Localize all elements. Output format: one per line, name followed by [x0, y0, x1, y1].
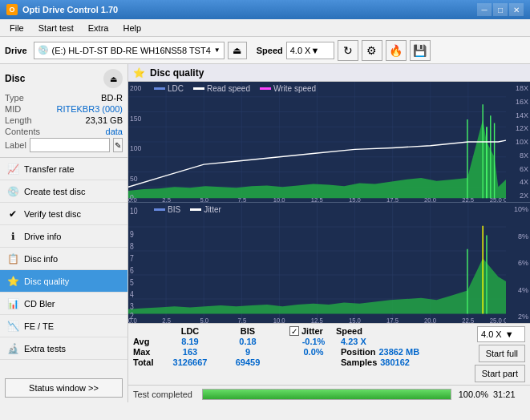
sidebar-item-disc-info[interactable]: 📋 Disc info	[0, 248, 127, 270]
legend-read-speed-label: Read speed	[207, 84, 250, 93]
svg-text:2.5: 2.5	[162, 316, 171, 323]
menu-extra[interactable]: Extra	[82, 20, 115, 36]
ldc-y-8x: 8X	[508, 151, 528, 160]
drive-icon: 💿	[38, 45, 49, 55]
ldc-y-12x: 12X	[508, 124, 528, 132]
titlebar-controls: ─ □ ✕	[477, 3, 524, 16]
settings-button[interactable]: ⚙	[362, 40, 382, 61]
disc-info-icon: 📋	[6, 252, 19, 265]
svg-text:7.5: 7.5	[237, 196, 246, 202]
toolbar: Drive 💿 (E:) HL-DT-ST BD-RE WH16NS58 TST…	[0, 37, 530, 64]
sidebar-item-extra-tests-label: Extra tests	[24, 344, 66, 353]
sidebar-item-drive-info[interactable]: ℹ Drive info	[0, 225, 127, 248]
speed-combo-arrow: ▼	[505, 329, 514, 339]
ldc-y-6x: 6X	[508, 165, 528, 173]
disc-contents-field: Contents data	[5, 127, 123, 136]
sidebar-item-disc-quality[interactable]: ⭐ Disc quality	[0, 270, 127, 293]
svg-text:10.0: 10.0	[273, 316, 285, 323]
progress-bar	[202, 389, 451, 400]
legend-jitter-color	[190, 208, 201, 211]
legend-ldc: LDC	[154, 84, 184, 93]
bis-y-10: 10%	[508, 205, 528, 213]
disc-quality-header: ⭐ Disc quality	[128, 64, 530, 82]
ldc-y-16x: 16X	[508, 98, 528, 106]
disc-quality-header-icon: ⭐	[133, 67, 145, 79]
sidebar-item-create-test-disc-label: Create test disc	[24, 187, 85, 196]
sidebar-item-verify-test-disc-label: Verify test disc	[24, 209, 81, 219]
progress-bar-area: Test completed 100.0% 31:21	[128, 385, 530, 402]
disc-contents-value: data	[106, 127, 123, 136]
speed-selector[interactable]: 4.0 X ▼	[286, 42, 334, 59]
disc-label-edit-btn[interactable]: ✎	[113, 138, 123, 152]
sidebar-item-fe-te[interactable]: 📉 FE / TE	[0, 315, 127, 337]
sidebar-item-extra-tests[interactable]: 🔬 Extra tests	[0, 337, 127, 360]
eject-button[interactable]: ⏏	[228, 42, 247, 59]
sidebar-item-verify-test-disc[interactable]: ✔ Verify test disc	[0, 203, 127, 225]
stats-max-bis: 9	[219, 347, 277, 357]
disc-label-input[interactable]	[30, 138, 110, 152]
svg-text:22.5: 22.5	[462, 316, 474, 323]
svg-text:4: 4	[130, 289, 134, 299]
maximize-button[interactable]: □	[493, 3, 508, 16]
svg-text:200: 200	[130, 84, 142, 92]
legend-write-speed-label: Write speed	[273, 84, 316, 93]
stats-avg-ldc: 8.19	[161, 337, 219, 346]
action-area: 4.0 X ▼ Start full Start part	[475, 326, 525, 382]
jitter-check-area: ✓ Jitter	[289, 326, 323, 336]
legend-read-speed-color	[193, 87, 204, 90]
stats-header-ldc: LDC	[161, 326, 219, 336]
stats-samples-value: 380162	[380, 357, 410, 367]
status-window-button[interactable]: Status window >>	[5, 378, 123, 398]
main-area: Disc ⏏ Type BD-R MID RITEKBR3 (000) Leng…	[0, 64, 530, 402]
speed-combo-value: 4.0 X	[481, 329, 502, 339]
disc-mid-value: RITEKBR3 (000)	[56, 104, 123, 114]
drive-selector[interactable]: 💿 (E:) HL-DT-ST BD-RE WH16NS58 TST4 ▼	[34, 42, 225, 59]
disc-length-label: Length	[5, 115, 32, 125]
svg-text:150: 150	[130, 115, 142, 123]
sidebar-item-create-test-disc[interactable]: 💿 Create test disc	[0, 180, 127, 203]
legend-write-speed-color	[260, 87, 271, 90]
progress-bar-fill	[203, 390, 451, 399]
speed-combo-2[interactable]: 4.0 X ▼	[477, 326, 525, 342]
burn-button[interactable]: 🔥	[386, 40, 407, 61]
stats-header-speed: Speed	[336, 326, 362, 336]
disc-type-field: Type BD-R	[5, 93, 123, 103]
disc-eject-icon[interactable]: ⏏	[103, 69, 123, 88]
minimize-button[interactable]: ─	[477, 3, 492, 16]
refresh-button[interactable]: ↻	[338, 40, 358, 61]
sidebar-item-disc-quality-label: Disc quality	[24, 277, 69, 286]
drive-info-icon: ℹ	[6, 230, 19, 243]
menu-help[interactable]: Help	[116, 20, 148, 36]
svg-text:12.5: 12.5	[311, 316, 323, 323]
stats-avg-jitter: -0.1%	[289, 337, 338, 346]
stats-avg-bis: 0.18	[219, 337, 277, 346]
sidebar-item-transfer-rate[interactable]: 📈 Transfer rate	[0, 158, 127, 180]
ldc-y-14x: 14X	[508, 111, 528, 119]
close-button[interactable]: ✕	[509, 3, 524, 16]
save-button[interactable]: 💾	[410, 40, 431, 61]
start-part-button[interactable]: Start part	[475, 365, 525, 382]
bis-y-6: 6%	[508, 259, 528, 267]
stats-total-ldc: 3126667	[161, 357, 219, 367]
status-text: Test completed	[133, 390, 197, 399]
fe-te-icon: 📉	[6, 320, 19, 333]
svg-text:0.0: 0.0	[128, 196, 137, 202]
ldc-y-4x: 4X	[508, 178, 528, 186]
cd-bler-icon: 📊	[6, 297, 19, 310]
bis-y-8: 8%	[508, 232, 528, 240]
disc-contents-label: Contents	[5, 127, 40, 136]
menu-starttest[interactable]: Start test	[32, 20, 80, 36]
svg-text:3: 3	[130, 301, 134, 311]
svg-text:10: 10	[130, 206, 138, 216]
svg-text:25.0 GB: 25.0 GB	[490, 196, 506, 202]
disc-mid-label: MID	[5, 104, 21, 114]
jitter-checkbox[interactable]: ✓	[289, 326, 299, 336]
disc-info-section: Disc ⏏ Type BD-R MID RITEKBR3 (000) Leng…	[0, 64, 127, 158]
sidebar-item-cd-bler[interactable]: 📊 CD Bler	[0, 293, 127, 315]
svg-text:0.0: 0.0	[128, 316, 137, 323]
start-full-button[interactable]: Start full	[479, 345, 525, 362]
menu-file[interactable]: File	[3, 20, 30, 36]
stats-max-ldc: 163	[161, 347, 219, 357]
stats-header-bis: BIS	[219, 326, 277, 336]
sidebar-item-cd-bler-label: CD Bler	[24, 299, 55, 309]
